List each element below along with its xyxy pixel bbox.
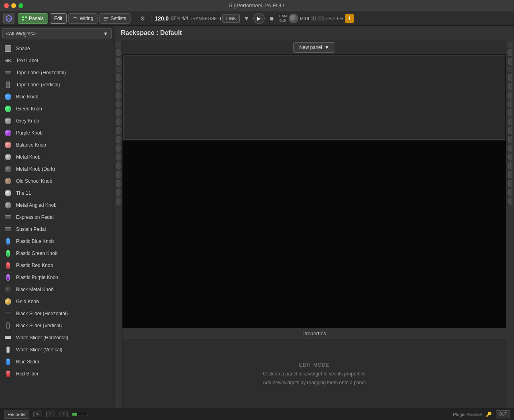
main-area: <All Widgets> ▼ Shape ABC Text Label Tap… xyxy=(0,26,514,408)
dropdown-button[interactable]: ▼ xyxy=(241,13,252,24)
widget-item-metal-knob-dark[interactable]: Metal Knob (Dark) xyxy=(0,163,114,175)
widget-label-plastic-green-knob: Plastic Green Knob xyxy=(16,251,57,256)
widget-item-white-slider-v[interactable]: White Slider (Vertical) xyxy=(0,344,114,356)
svg-rect-13 xyxy=(319,17,320,20)
rack-slot xyxy=(116,127,120,134)
key-icon: 🔑 xyxy=(486,412,492,417)
rack-slot-r xyxy=(508,49,512,56)
edit-button[interactable]: Edit xyxy=(50,13,67,24)
out-button[interactable]: OUT xyxy=(496,410,510,418)
midi-icon xyxy=(311,16,316,20)
record-button[interactable]: ⏺ xyxy=(266,13,277,24)
level-meter xyxy=(72,413,88,416)
widget-item-red-slider[interactable]: Red Slider xyxy=(0,368,114,380)
widget-label-sustain-pedal: Sustain Pedal xyxy=(16,226,46,232)
widget-item-tape-v[interactable]: Tape Label (Vertical) xyxy=(0,79,114,91)
widget-label-metal-knob: Metal Knob xyxy=(16,154,41,160)
widget-item-tape-h[interactable]: Tape Label (Horizontal) xyxy=(0,67,114,79)
plugin-alliance-area: Plugin Alliance xyxy=(453,412,482,417)
widget-item-grey-knob[interactable]: Grey Knob xyxy=(0,115,114,127)
settings-button[interactable]: ⚙ xyxy=(137,13,148,24)
widget-item-black-slider-h[interactable]: Black Slider (Horizontal) xyxy=(0,308,114,320)
widget-item-green-knob[interactable]: Green Knob xyxy=(0,103,114,115)
widget-item-black-slider-v[interactable]: Black Slider (Vertical) xyxy=(0,320,114,332)
logo-button[interactable]: GP xyxy=(3,13,14,24)
level-fill xyxy=(72,413,77,416)
widget-icon-grey-knob xyxy=(4,117,12,125)
rack-screw-r xyxy=(508,42,513,47)
widget-item-text-label[interactable]: ABC Text Label xyxy=(0,55,114,67)
widget-item-plastic-red-knob[interactable]: Plastic Red Knob xyxy=(0,259,114,271)
widget-item-purple-knob[interactable]: Purple Knob xyxy=(0,127,114,139)
setlists-button[interactable]: Setlists xyxy=(99,13,131,24)
widget-panel: <All Widgets> ▼ Shape ABC Text Label Tap… xyxy=(0,26,114,408)
time-signature[interactable]: 4/4 xyxy=(182,16,188,21)
edit-mode-label: EDIT MODE xyxy=(299,362,329,368)
panels-button[interactable]: Panels xyxy=(18,13,48,24)
maximize-button[interactable] xyxy=(18,3,23,8)
svg-rect-10 xyxy=(313,17,314,20)
widget-item-blue-knob[interactable]: Blue Knob xyxy=(0,91,114,103)
widget-item-plastic-blue-knob[interactable]: Plastic Blue Knob xyxy=(0,235,114,247)
close-button[interactable] xyxy=(4,3,9,8)
widget-item-blue-slider[interactable]: Blue Slider xyxy=(0,356,114,368)
widget-icon-black-metal-knob xyxy=(4,285,12,294)
widget-icon-black-slider-v xyxy=(4,322,12,330)
recorder-button[interactable]: Recorder xyxy=(4,410,29,419)
svg-rect-3 xyxy=(25,16,27,18)
rack-slot-r xyxy=(508,127,512,134)
widget-label-white-slider-h: White Slider (Horizontal) xyxy=(16,335,68,340)
widget-dropdown[interactable]: <All Widgets> ▼ xyxy=(2,28,112,39)
widget-label-expression-pedal: Expression Pedal xyxy=(16,214,53,220)
widget-label-metal-knob-dark: Metal Knob (Dark) xyxy=(16,166,55,172)
widget-icon-tape-h xyxy=(4,69,12,77)
widget-item-plastic-purple-knob[interactable]: Plastic Purple Knob xyxy=(0,271,114,283)
widget-item-black-metal-knob[interactable]: Black Metal Knob xyxy=(0,283,114,296)
widget-item-shape[interactable]: Shape xyxy=(0,43,114,55)
panel-area: New panel ▼ Properties EDIT MODE Click o… xyxy=(122,40,506,408)
output-indicator-2: 2 xyxy=(59,412,68,417)
widget-item-balance-knob[interactable]: Balance Knob xyxy=(0,139,114,151)
widget-icon-plastic-blue-knob xyxy=(4,237,12,245)
new-panel-button[interactable]: New panel ▼ xyxy=(293,42,335,53)
cpu-display: CPU: 0% xyxy=(325,16,343,21)
widget-item-plastic-green-knob[interactable]: Plastic Green Knob xyxy=(0,247,114,259)
widget-item-sustain-pedal[interactable]: Sustain Pedal xyxy=(0,223,114,235)
widget-label-purple-knob: Purple Knob xyxy=(16,130,43,136)
widget-icon-purple-knob xyxy=(4,129,12,137)
widget-item-metal-angled-knob[interactable]: Metal Angled Knob xyxy=(0,199,114,211)
widget-label-metal-angled-knob: Metal Angled Knob xyxy=(16,202,57,208)
rack-slot xyxy=(116,58,120,65)
minimize-button[interactable] xyxy=(11,3,16,8)
rack-slot-r xyxy=(508,180,512,187)
svg-rect-4 xyxy=(22,19,24,20)
widget-icon-metal-knob-dark xyxy=(4,165,12,173)
rack-slot xyxy=(116,118,120,125)
widget-label-gold-knob: Gold Knob xyxy=(16,299,39,304)
widget-icon-shape xyxy=(4,45,12,53)
widget-item-the-11[interactable]: The 11 xyxy=(0,187,114,199)
play-button[interactable]: ▶ xyxy=(253,13,265,24)
widget-label-the-11: The 11 xyxy=(16,190,31,196)
trim-knob[interactable] xyxy=(289,14,298,23)
rack-slot xyxy=(116,180,120,187)
edit-hint-1: Click on a panel or a widget to see its … xyxy=(263,371,365,377)
widget-icon-old-school-knob xyxy=(4,177,12,185)
widget-item-old-school-knob[interactable]: Old School Knob xyxy=(0,175,114,187)
right-content: Rackspace : Default xyxy=(114,26,514,408)
widget-label-shape: Shape xyxy=(16,46,30,51)
rack-slot-r xyxy=(508,136,512,143)
empty-panel[interactable] xyxy=(123,55,505,140)
widget-label-balance-knob: Balance Knob xyxy=(16,142,46,148)
widget-list: Shape ABC Text Label Tape Label (Horizon… xyxy=(0,42,114,408)
widget-item-gold-knob[interactable]: Gold Knob xyxy=(0,296,114,308)
widget-item-metal-knob[interactable]: Metal Knob xyxy=(0,151,114,163)
link-button[interactable]: LINK xyxy=(222,14,239,23)
widget-item-white-slider-h[interactable]: White Slider (Horizontal) xyxy=(0,332,114,344)
rack-slot-r xyxy=(508,100,512,108)
black-area xyxy=(122,141,506,328)
widget-label-tape-h: Tape Label (Horizontal) xyxy=(16,70,66,75)
widget-icon-blue-slider xyxy=(4,358,12,366)
widget-item-expression-pedal[interactable]: Expression Pedal xyxy=(0,211,114,223)
wiring-button[interactable]: Wiring xyxy=(68,13,98,24)
